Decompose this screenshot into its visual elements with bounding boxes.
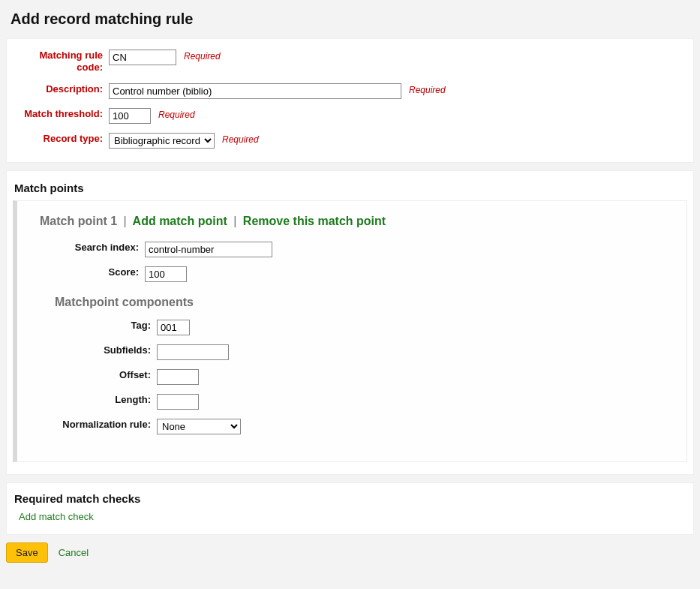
match-point-title-line: Match point 1 | Add match point | Remove… [40, 215, 668, 228]
input-subfields[interactable] [157, 344, 229, 360]
form-actions: Save Cancel [6, 542, 694, 563]
input-length[interactable] [157, 394, 199, 410]
add-match-check-link[interactable]: Add match check [19, 511, 94, 522]
field-row-code: Matching rule code: Required [20, 50, 680, 74]
label-description: Description: [20, 83, 109, 95]
input-tag[interactable] [157, 320, 190, 335]
field-row-tag: Tag: [40, 320, 668, 335]
label-subfields: Subfields: [40, 344, 157, 356]
cancel-link[interactable]: Cancel [59, 547, 89, 558]
required-hint: Required [409, 83, 446, 95]
add-match-point-link[interactable]: Add match point [133, 215, 227, 227]
matchpoint-components-fields: Tag: Subfields: Offset: Length: Normaliz… [40, 320, 668, 434]
field-row-search-index: Search index: [40, 242, 668, 257]
field-row-score: Score: [40, 266, 668, 282]
match-points-heading: Match points [14, 182, 687, 194]
remove-match-point-link[interactable]: Remove this match point [243, 215, 386, 227]
field-row-length: Length: [40, 394, 668, 410]
field-row-subfields: Subfields: [40, 344, 668, 360]
label-code: Matching rule code: [20, 50, 109, 74]
select-normalization[interactable]: None [157, 419, 241, 434]
label-score: Score: [40, 266, 145, 278]
match-point-box: Match point 1 | Add match point | Remove… [13, 200, 687, 462]
input-description[interactable] [109, 83, 401, 99]
match-point-title: Match point 1 [40, 215, 117, 227]
select-record-type[interactable]: Bibliographic record [109, 133, 215, 149]
input-search-index[interactable] [145, 242, 272, 257]
match-points-panel: Match points Match point 1 | Add match p… [6, 170, 694, 475]
label-length: Length: [40, 394, 157, 406]
label-normalization: Normalization rule: [40, 419, 157, 431]
input-code[interactable] [109, 50, 176, 65]
field-row-offset: Offset: [40, 369, 668, 385]
label-offset: Offset: [40, 369, 157, 381]
required-hint: Required [184, 50, 221, 62]
label-tag: Tag: [40, 320, 157, 332]
input-threshold[interactable] [109, 108, 151, 124]
match-point-fields: Search index: Score: [40, 242, 668, 282]
matchpoint-components-heading: Matchpoint components [55, 296, 668, 309]
match-checks-panel: Required match checks Add match check [6, 482, 694, 535]
input-score[interactable] [145, 266, 187, 282]
match-checks-heading: Required match checks [14, 492, 686, 505]
page-title: Add record matching rule [11, 11, 694, 28]
required-hint: Required [222, 133, 259, 145]
field-row-threshold: Match threshold: Required [20, 108, 680, 124]
field-row-description: Description: Required [20, 83, 680, 99]
matching-rule-fieldset: Matching rule code: Required Description… [6, 38, 694, 163]
save-button[interactable]: Save [6, 542, 48, 563]
field-row-record-type: Record type: Bibliographic record Requir… [20, 133, 680, 149]
field-row-normalization: Normalization rule: None [40, 419, 668, 434]
label-record-type: Record type: [20, 133, 109, 145]
label-search-index: Search index: [40, 242, 145, 254]
required-hint: Required [158, 108, 195, 120]
input-offset[interactable] [157, 369, 199, 385]
label-threshold: Match threshold: [20, 108, 109, 120]
